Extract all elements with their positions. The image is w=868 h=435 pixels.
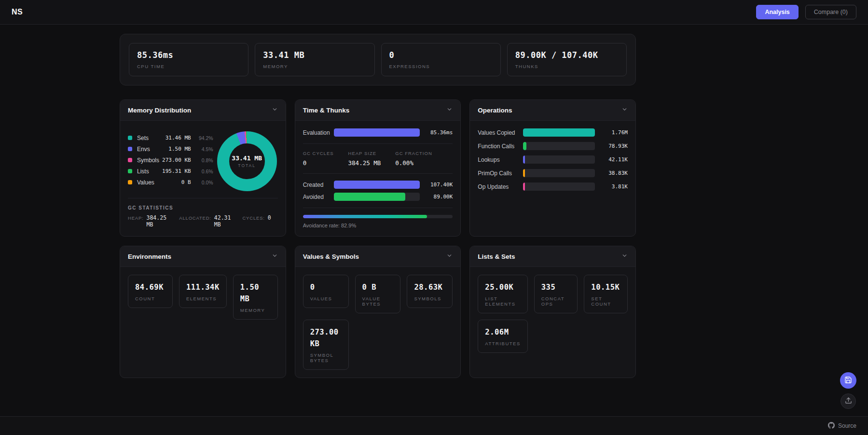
chevron-down-icon[interactable]: [272, 252, 278, 261]
lists-sets-header[interactable]: Lists & Sets: [470, 246, 635, 267]
avoided-bar-track: [334, 193, 420, 201]
operations-header[interactable]: Operations: [470, 100, 635, 121]
time-thunks-title: Time & Thunks: [303, 107, 350, 114]
time-thunks-header[interactable]: Time & Thunks: [295, 100, 461, 121]
evaluation-bar-row: Evaluation 85.36ms: [303, 128, 453, 137]
avoidance-rate-fill: [303, 215, 427, 218]
op-updates-fill: [523, 182, 525, 191]
gc-cycles-stat: GC CYCLES 0: [303, 151, 334, 167]
values-symbols-title: Values & Symbols: [303, 253, 359, 260]
values-symbols-panel: Values & Symbols 0 VALUES 0 B VALUE BYTE…: [295, 246, 461, 378]
chevron-down-icon[interactable]: [446, 106, 453, 114]
summary-card-memory: 33.41 MB MEMORY: [255, 43, 374, 76]
lists-sets-title: Lists & Sets: [478, 253, 515, 260]
values-color-dot: [128, 180, 132, 184]
environments-panel: Environments 84.69K COUNT 111.34K ELEMEN…: [120, 246, 286, 378]
values-copied-fill: [523, 128, 595, 137]
environments-header[interactable]: Environments: [120, 246, 286, 267]
gc-fraction-stat: GC FRACTION 0.00%: [395, 151, 432, 167]
gc-statistics-row: HEAP: 384.25 MB ALLOCATED: 42.31 MB CYCL…: [128, 214, 278, 228]
environments-title: Environments: [128, 253, 171, 260]
avoidance-rate-text: Avoidance rate: 82.9%: [303, 223, 453, 228]
top-bar: NS Analysis Compare (0): [0, 0, 868, 25]
operations-title: Operations: [478, 107, 512, 114]
function-calls-fill: [523, 142, 526, 150]
symbols-color-dot: [128, 158, 132, 162]
memory-legend: Sets 31.46 MB 94.2% Envs 1.50 MB 4.5%: [128, 134, 213, 189]
lookups-fill: [523, 155, 525, 164]
op-updates-row: Op Updates 3.81K: [478, 182, 628, 191]
primop-calls-fill: [523, 169, 525, 177]
summary-card-expressions: 0 EXPRESSIONS: [381, 43, 501, 76]
operations-panel: Operations Values Copied 1.76M Function …: [469, 99, 636, 237]
app-brand: NS: [12, 8, 23, 16]
save-button[interactable]: [840, 372, 856, 389]
divider: [303, 173, 453, 174]
main-content: 85.36ms CPU TIME 33.41 MB MEMORY 0 EXPRE…: [120, 34, 636, 378]
set-count-card: 10.15K SET COUNT: [584, 275, 628, 313]
chevron-down-icon[interactable]: [621, 106, 628, 114]
memory-distribution-title: Memory Distribution: [128, 107, 191, 114]
cpu-time-value: 85.36ms: [137, 50, 240, 60]
list-elements-card: 25.00K LIST ELEMENTS: [478, 275, 527, 313]
memory-label: MEMORY: [263, 64, 366, 69]
divider: [303, 143, 453, 144]
donut-total-label: TOTAL: [238, 163, 256, 168]
chevron-down-icon[interactable]: [446, 252, 453, 261]
github-icon: [828, 422, 835, 430]
lists-sets-panel: Lists & Sets 25.00K LIST ELEMENTS 335 CO…: [469, 246, 636, 378]
chevron-down-icon[interactable]: [621, 252, 628, 261]
memory-distribution-panel: Memory Distribution Sets 31.46 MB 94.2%: [120, 99, 286, 237]
created-bar-row: Created 107.40K: [303, 181, 453, 189]
env-count-card: 84.69K COUNT: [128, 275, 173, 308]
topbar-actions: Analysis Compare (0): [756, 5, 856, 19]
page-footer: Source: [0, 416, 868, 435]
source-label: Source: [838, 422, 856, 429]
thunks-value: 89.00K / 107.40K: [515, 50, 619, 60]
donut-total-value: 33.41 MB: [232, 154, 262, 162]
memory-value: 33.41 MB: [263, 50, 366, 60]
memory-donut: 33.41 MB TOTAL: [217, 131, 277, 191]
concat-ops-card: 335 CONCAT OPS: [534, 275, 578, 313]
environments-body: 84.69K COUNT 111.34K ELEMENTS 1.50 MB ME…: [120, 267, 286, 378]
created-bar-fill: [334, 181, 420, 189]
memory-distribution-header[interactable]: Memory Distribution: [120, 100, 286, 121]
summary-card-thunks: 89.00K / 107.40K THUNKS: [507, 43, 627, 76]
symbols-card: 28.63K SYMBOLS: [407, 275, 453, 308]
gc-columns: GC CYCLES 0 HEAP SIZE 384.25 MB GC FRACT…: [303, 151, 453, 167]
values-copied-row: Values Copied 1.76M: [478, 128, 628, 137]
expressions-value: 0: [389, 50, 493, 60]
analysis-button[interactable]: Analysis: [756, 5, 798, 19]
time-thunks-body: Evaluation 85.36ms GC CYCLES 0 HEAP SIZE…: [295, 121, 461, 236]
thunks-label: THUNKS: [515, 64, 619, 69]
legend-row-values: Values 0 B 0.0%: [128, 178, 213, 187]
divider: [303, 208, 453, 208]
created-bar-track: [334, 181, 420, 189]
summary-card-row: 85.36ms CPU TIME 33.41 MB MEMORY 0 EXPRE…: [120, 34, 636, 85]
values-card: 0 VALUES: [303, 275, 349, 308]
chevron-down-icon[interactable]: [272, 106, 278, 114]
sets-color-dot: [128, 136, 132, 140]
heap-size-stat: HEAP SIZE 384.25 MB: [348, 151, 381, 167]
panels-row-1: Memory Distribution Sets 31.46 MB 94.2%: [120, 99, 636, 237]
upload-icon: [845, 397, 852, 406]
primop-calls-row: PrimOp Calls 38.83K: [478, 169, 628, 177]
memory-distribution-body: Sets 31.46 MB 94.2% Envs 1.50 MB 4.5%: [120, 121, 286, 236]
legend-row-symbols: Symbols 273.00 KB 0.8%: [128, 156, 213, 165]
avoidance-rate-track: [303, 215, 453, 218]
avoided-bar-row: Avoided 89.00K: [303, 193, 453, 201]
value-bytes-card: 0 B VALUE BYTES: [355, 275, 401, 313]
values-symbols-header[interactable]: Values & Symbols: [295, 246, 461, 267]
memory-donut-center: 33.41 MB TOTAL: [229, 143, 265, 179]
summary-card-cpu-time: 85.36ms CPU TIME: [129, 43, 248, 76]
values-symbols-body: 0 VALUES 0 B VALUE BYTES 28.63K SYMBOLS …: [295, 267, 461, 378]
share-button[interactable]: [840, 393, 856, 409]
operations-body: Values Copied 1.76M Function Calls 78.93…: [470, 121, 635, 236]
source-link[interactable]: Source: [828, 422, 856, 430]
panels-row-2: Environments 84.69K COUNT 111.34K ELEMEN…: [120, 246, 636, 378]
legend-row-lists: Lists 195.31 KB 0.6%: [128, 167, 213, 176]
gc-statistics-title: GC STATISTICS: [128, 205, 278, 210]
legend-row-envs: Envs 1.50 MB 4.5%: [128, 145, 213, 154]
envs-color-dot: [128, 147, 132, 151]
compare-button[interactable]: Compare (0): [805, 5, 856, 19]
